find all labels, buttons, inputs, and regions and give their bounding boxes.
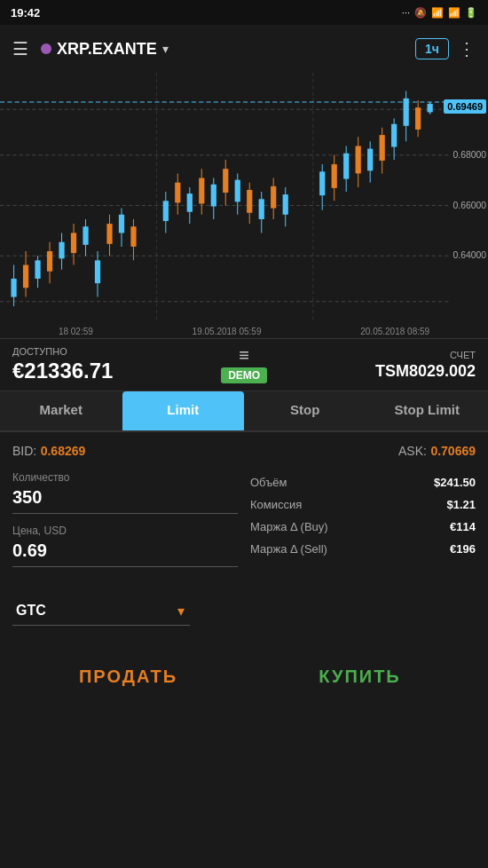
- margin-sell-value: €196: [450, 542, 476, 556]
- info-center-section: ≡ DEMO: [221, 346, 267, 383]
- margin-buy-label: Маржа Δ (Buy): [250, 520, 328, 533]
- gtc-dropdown[interactable]: GTC GTD IOC FOK: [12, 596, 190, 626]
- action-buttons: ПРОДАТЬ КУПИТЬ: [12, 649, 476, 705]
- more-options-icon[interactable]: ⋮: [458, 38, 476, 59]
- candlestick-chart: 0.70000 0.68000 0.66000 0.64000: [0, 73, 488, 338]
- tab-stop-limit[interactable]: Stop Limit: [366, 391, 489, 430]
- svg-rect-58: [356, 146, 361, 173]
- svg-rect-16: [59, 242, 64, 259]
- svg-text:0.64000: 0.64000: [453, 250, 487, 260]
- ask-value: 0.70669: [430, 444, 476, 458]
- account-label: СЧЕТ: [375, 350, 476, 360]
- volume-row: Объём $241.50: [250, 471, 476, 493]
- tab-stop[interactable]: Stop: [244, 391, 366, 430]
- svg-rect-54: [332, 164, 337, 188]
- commission-row: Комиссия $1.21: [250, 493, 476, 516]
- svg-rect-46: [259, 199, 264, 219]
- svg-rect-30: [163, 201, 169, 221]
- svg-rect-34: [187, 193, 193, 212]
- timeframe-button[interactable]: 1ч: [415, 38, 449, 59]
- status-icons: ··· 🔕 📶 📶 🔋: [402, 7, 477, 19]
- form-left: Количество 350 Цена, USD 0.69: [12, 471, 238, 578]
- price-input[interactable]: 0.69: [12, 541, 238, 567]
- available-value: €21336.71: [12, 359, 113, 383]
- commission-label: Комиссия: [250, 498, 302, 511]
- signal-dots-icon: ···: [402, 7, 410, 18]
- available-balance-section: ДОСТУПНО €21336.71: [12, 346, 113, 383]
- tab-limit[interactable]: Limit: [122, 391, 245, 430]
- header-right: 1ч ⋮: [415, 38, 476, 59]
- commission-value: $1.21: [446, 498, 476, 511]
- svg-rect-60: [367, 149, 373, 171]
- wifi-icon: 📶: [431, 7, 444, 19]
- margin-sell-label: Маржа Δ (Sell): [250, 542, 327, 556]
- price-field-group: Цена, USD 0.69: [12, 525, 238, 567]
- quantity-label: Количество: [12, 471, 238, 484]
- ask-label: ASK:: [398, 444, 427, 458]
- svg-rect-24: [106, 224, 112, 244]
- svg-rect-50: [283, 194, 288, 215]
- current-price-badge: 0.69469: [444, 99, 486, 114]
- status-bar: 19:42 ··· 🔕 📶 📶 🔋: [0, 0, 488, 25]
- svg-rect-22: [95, 260, 100, 283]
- svg-rect-44: [247, 190, 252, 213]
- svg-rect-64: [391, 124, 397, 147]
- x-label-1: 18 02:59: [59, 327, 93, 336]
- svg-rect-48: [271, 186, 276, 209]
- svg-rect-14: [47, 251, 52, 272]
- order-form: BID: 0.68269 ASK: 0.70669 Количество 350…: [0, 432, 488, 715]
- svg-text:0.68000: 0.68000: [453, 150, 487, 160]
- account-value: TSM8029.002: [375, 362, 476, 381]
- buy-button[interactable]: КУПИТЬ: [244, 649, 476, 705]
- margin-sell-row: Маржа Δ (Sell) €196: [250, 538, 476, 560]
- svg-rect-28: [130, 226, 136, 247]
- form-right: Объём $241.50 Комиссия $1.21 Маржа Δ (Bu…: [250, 471, 476, 578]
- margin-buy-row: Маржа Δ (Buy) €114: [250, 516, 476, 538]
- svg-rect-10: [23, 265, 28, 288]
- chart-area[interactable]: 0.70000 0.68000 0.66000 0.64000 0.69469 …: [0, 73, 488, 339]
- header-left: ☰ XRP.EXANTE ▾: [12, 38, 169, 59]
- symbol-dropdown-arrow-icon: ▾: [162, 42, 169, 56]
- svg-rect-18: [71, 233, 76, 253]
- status-time: 19:42: [11, 6, 40, 20]
- account-section: СЧЕТ TSM8029.002: [375, 350, 476, 381]
- svg-rect-70: [428, 104, 433, 112]
- battery-icon: 🔋: [465, 7, 477, 19]
- x-label-2: 19.05.2018 05:59: [193, 327, 262, 336]
- svg-text:0.66000: 0.66000: [453, 201, 487, 210]
- ask-section: ASK: 0.70669: [398, 443, 476, 459]
- svg-rect-42: [235, 180, 240, 202]
- svg-rect-68: [415, 107, 421, 130]
- svg-rect-62: [380, 135, 385, 161]
- symbol-selector[interactable]: XRP.EXANTE ▾: [41, 40, 169, 59]
- gtc-dropdown-container[interactable]: GTC GTD IOC FOK ▾: [12, 596, 190, 626]
- quantity-field-group: Количество 350: [12, 471, 238, 514]
- price-label: Цена, USD: [12, 525, 238, 537]
- bid-section: BID: 0.68269: [12, 443, 85, 459]
- symbol-dot-icon: [41, 43, 51, 54]
- demo-badge: DEMO: [221, 367, 267, 383]
- svg-rect-26: [119, 215, 124, 233]
- sell-button[interactable]: ПРОДАТЬ: [12, 649, 244, 705]
- volume-label: Объём: [250, 476, 287, 489]
- form-fields-row: Количество 350 Цена, USD 0.69 Объём $241…: [12, 471, 476, 578]
- symbol-name: XRP.EXANTE: [57, 40, 157, 59]
- svg-rect-36: [199, 178, 204, 204]
- svg-rect-38: [211, 185, 216, 207]
- menu-icon[interactable]: ☰: [12, 38, 28, 59]
- svg-rect-56: [343, 154, 349, 179]
- tab-market[interactable]: Market: [0, 391, 122, 430]
- x-label-3: 20.05.2018 08:59: [360, 327, 429, 336]
- info-bar: ДОСТУПНО €21336.71 ≡ DEMO СЧЕТ TSM8029.0…: [0, 339, 488, 391]
- bid-ask-row: BID: 0.68269 ASK: 0.70669: [12, 443, 476, 459]
- volume-value: $241.50: [434, 476, 476, 489]
- order-info-table: Объём $241.50 Комиссия $1.21 Маржа Δ (Bu…: [250, 471, 476, 560]
- mute-icon: 🔕: [414, 7, 427, 19]
- available-label: ДОСТУПНО: [12, 346, 113, 357]
- quantity-input[interactable]: 350: [12, 487, 238, 514]
- app-header: ☰ XRP.EXANTE ▾ 1ч ⋮: [0, 25, 488, 73]
- signal-bar-icon: 📶: [448, 7, 460, 19]
- hamburger-icon[interactable]: ≡: [239, 346, 249, 364]
- svg-rect-52: [319, 171, 325, 195]
- svg-rect-12: [35, 260, 40, 279]
